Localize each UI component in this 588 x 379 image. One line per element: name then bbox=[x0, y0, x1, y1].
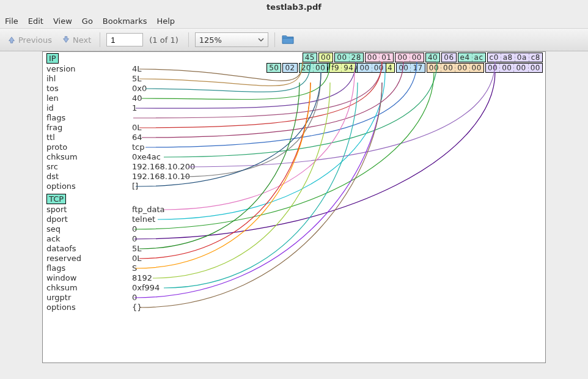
field-value: 0 bbox=[132, 293, 137, 302]
field-name: ihl bbox=[46, 74, 132, 83]
field-row: ack0 bbox=[46, 234, 205, 243]
field-row: ttl64 bbox=[46, 133, 205, 142]
field-value: 64 bbox=[132, 133, 142, 142]
field-name: len bbox=[46, 94, 132, 103]
field-row: id1 bbox=[46, 103, 205, 112]
field-name: sport bbox=[46, 205, 132, 214]
hex-byte: 00 bbox=[335, 53, 348, 62]
field-value: telnet bbox=[132, 215, 155, 224]
field-value: 8192 bbox=[132, 273, 152, 282]
field-row: options[] bbox=[46, 182, 205, 191]
field-value: 0x0 bbox=[132, 84, 147, 93]
hex-byte: 28 bbox=[350, 53, 363, 62]
window-title: testlab3.pdf bbox=[0, 0, 588, 14]
hex-byte: 00 bbox=[372, 64, 386, 72]
menu-file[interactable]: File bbox=[5, 17, 18, 26]
next-button[interactable]: Next bbox=[59, 34, 94, 46]
hex-byte: 00 bbox=[486, 64, 499, 72]
field-row: dporttelnet bbox=[46, 215, 205, 224]
byte-group: 02 bbox=[282, 63, 297, 73]
field-row: frag0L bbox=[46, 123, 205, 132]
field-row: urgptr0 bbox=[46, 293, 205, 302]
field-value: 0L bbox=[132, 254, 142, 263]
pdf-page: IP version4Lihl5Ltos0x0len40id1flagsfrag… bbox=[42, 51, 546, 363]
byte-group: 0000 bbox=[395, 53, 424, 62]
next-label: Next bbox=[73, 35, 91, 45]
field-name: ack bbox=[46, 234, 132, 243]
hex-byte: 00 bbox=[514, 64, 527, 72]
field-name: proto bbox=[46, 142, 132, 152]
page-count-label: (1 of 1) bbox=[148, 35, 182, 45]
byte-group: 0028 bbox=[334, 53, 364, 62]
zoom-select[interactable]: 125% bbox=[195, 32, 268, 47]
byte-group: e4ac bbox=[458, 53, 486, 62]
field-name: id bbox=[46, 103, 132, 112]
field-name: options bbox=[46, 182, 132, 191]
byte-group: 0017 bbox=[396, 63, 425, 73]
field-name: dst bbox=[46, 172, 132, 181]
hex-byte: 94 bbox=[342, 64, 355, 72]
field-row: sportftp_data bbox=[46, 205, 205, 214]
previous-button[interactable]: Previous bbox=[5, 34, 54, 46]
menu-edit[interactable]: Edit bbox=[28, 17, 43, 26]
hex-byte: 00 bbox=[427, 64, 441, 72]
field-name: flags bbox=[46, 113, 132, 122]
field-name: urgptr bbox=[46, 293, 132, 302]
field-row: prototcp bbox=[46, 142, 205, 152]
field-name: ttl bbox=[46, 133, 132, 142]
field-name: flags bbox=[46, 263, 132, 273]
menu-go[interactable]: Go bbox=[82, 17, 93, 26]
field-row: chksum0xe4ac bbox=[46, 152, 205, 161]
hex-byte: 50 bbox=[267, 64, 281, 72]
byte-group: 50 bbox=[266, 63, 281, 73]
field-value: 5L bbox=[132, 74, 142, 83]
arrow-down-icon bbox=[62, 35, 70, 44]
field-row: seq0 bbox=[46, 224, 205, 234]
field-name: window bbox=[46, 273, 132, 282]
hex-byte: 00 bbox=[529, 64, 542, 72]
hex-byte: 00 bbox=[500, 64, 513, 72]
field-row: flagsS bbox=[46, 263, 205, 273]
chevron-down-icon bbox=[258, 37, 264, 43]
byte-group: c0a80ac8 bbox=[487, 53, 543, 62]
menu-bookmarks[interactable]: Bookmarks bbox=[103, 17, 147, 26]
field-value: 5L bbox=[132, 244, 142, 253]
field-value: 0 bbox=[132, 234, 137, 243]
open-folder-button[interactable] bbox=[281, 34, 295, 46]
toolbar: Previous Next (1 of 1) 125% bbox=[0, 29, 588, 51]
byte-group: 00000000 bbox=[485, 63, 543, 73]
field-value: 1 bbox=[132, 103, 137, 112]
field-value: {} bbox=[132, 303, 142, 312]
hex-byte: e4 bbox=[458, 53, 472, 62]
page-number-input[interactable] bbox=[106, 33, 143, 46]
field-name: frag bbox=[46, 123, 132, 132]
field-row: src192.168.10.200 bbox=[46, 162, 205, 171]
field-value: 192.168.10.200 bbox=[132, 162, 195, 171]
toolbar-separator bbox=[100, 32, 100, 47]
field-row: len40 bbox=[46, 94, 205, 103]
hex-row-2: 50022000f9940000 bbox=[266, 63, 386, 73]
content-area: IP version4Lihl5Ltos0x0len40id1flagsfrag… bbox=[0, 51, 588, 379]
hex-byte: 02 bbox=[283, 64, 296, 72]
field-row: dst192.168.10.10 bbox=[46, 172, 205, 181]
toolbar-separator bbox=[274, 32, 275, 47]
hex-byte: 00 bbox=[410, 53, 424, 62]
hex-byte: a8 bbox=[501, 53, 515, 62]
hex-row-1: 45000028000100004006e4acc0a80ac8 bbox=[303, 53, 543, 62]
field-value: ftp_data bbox=[132, 205, 164, 214]
previous-label: Previous bbox=[18, 35, 52, 45]
hex-byte: 17 bbox=[411, 64, 424, 72]
menu-help[interactable]: Help bbox=[156, 17, 175, 26]
hex-byte: 00 bbox=[314, 64, 327, 72]
hex-byte: 00 bbox=[470, 64, 483, 72]
field-name: dport bbox=[46, 215, 132, 224]
hex-byte: f9 bbox=[329, 64, 341, 72]
byte-group: 0000 bbox=[357, 63, 386, 73]
menu-view[interactable]: View bbox=[53, 17, 72, 26]
field-row: tos0x0 bbox=[46, 84, 205, 93]
menu-bar: File Edit View Go Bookmarks Help bbox=[0, 14, 588, 29]
field-name: options bbox=[46, 303, 132, 312]
hex-byte: 01 bbox=[380, 53, 393, 62]
hex-byte: 00 bbox=[366, 53, 379, 62]
field-name: src bbox=[46, 162, 132, 171]
